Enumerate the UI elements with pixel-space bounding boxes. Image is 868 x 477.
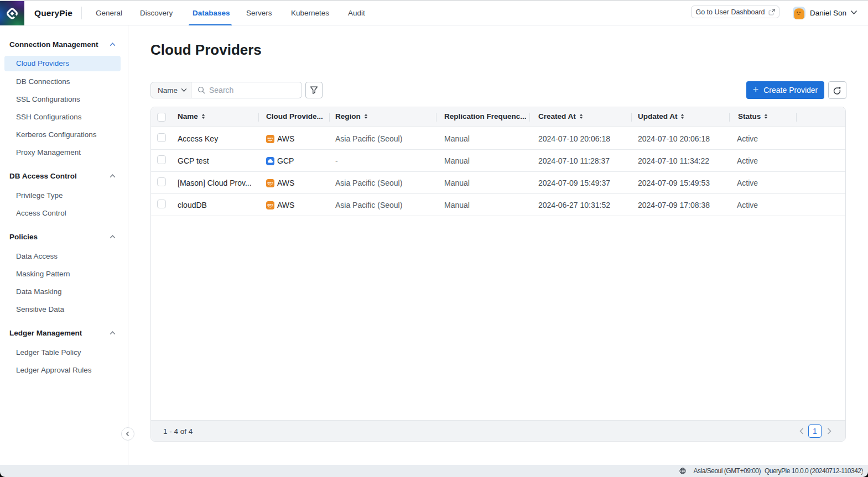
svg-text:aws: aws	[267, 137, 273, 140]
svg-text:aws: aws	[267, 203, 273, 206]
svg-text:aws: aws	[267, 181, 273, 184]
